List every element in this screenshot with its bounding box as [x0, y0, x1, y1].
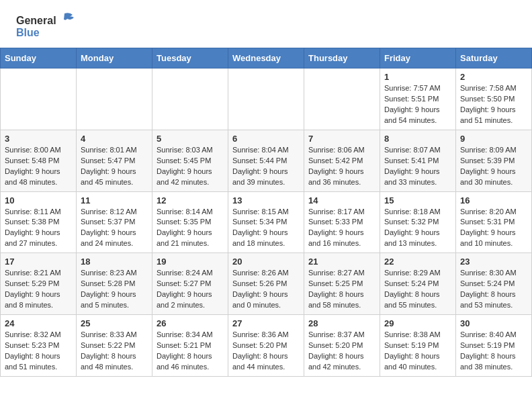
day-header-friday: Friday: [380, 48, 456, 68]
day-number: 29: [384, 318, 451, 328]
day-number: 15: [384, 195, 451, 205]
day-number: 19: [157, 257, 224, 267]
day-header-wednesday: Wednesday: [228, 48, 304, 68]
calendar-cell: [77, 68, 152, 130]
day-info: Sunrise: 8:11 AM Sunset: 5:38 PM Dayligh…: [5, 207, 72, 250]
calendar-cell: 18Sunrise: 8:23 AM Sunset: 5:28 PM Dayli…: [77, 253, 152, 315]
day-info: Sunrise: 8:12 AM Sunset: 5:37 PM Dayligh…: [81, 207, 148, 250]
calendar-week-5: 24Sunrise: 8:32 AM Sunset: 5:23 PM Dayli…: [1, 315, 532, 377]
day-info: Sunrise: 8:36 AM Sunset: 5:20 PM Dayligh…: [232, 330, 300, 373]
day-number: 17: [5, 257, 72, 267]
calendar-cell: 19Sunrise: 8:24 AM Sunset: 5:27 PM Dayli…: [152, 253, 228, 315]
day-info: Sunrise: 8:23 AM Sunset: 5:28 PM Dayligh…: [81, 268, 148, 311]
day-info: Sunrise: 8:18 AM Sunset: 5:32 PM Dayligh…: [384, 207, 451, 250]
day-info: Sunrise: 8:15 AM Sunset: 5:34 PM Dayligh…: [232, 207, 300, 250]
calendar-cell: 8Sunrise: 8:07 AM Sunset: 5:41 PM Daylig…: [380, 130, 456, 191]
day-number: 23: [460, 257, 527, 267]
calendar-cell: 30Sunrise: 8:40 AM Sunset: 5:19 PM Dayli…: [456, 315, 532, 377]
calendar-week-1: 1Sunrise: 7:57 AM Sunset: 5:51 PM Daylig…: [1, 68, 532, 130]
calendar-cell: [1, 68, 77, 130]
calendar-cell: 12Sunrise: 8:14 AM Sunset: 5:35 PM Dayli…: [152, 191, 228, 253]
calendar-week-3: 10Sunrise: 8:11 AM Sunset: 5:38 PM Dayli…: [1, 191, 532, 253]
calendar-cell: 5Sunrise: 8:03 AM Sunset: 5:45 PM Daylig…: [152, 130, 228, 191]
calendar-cell: 15Sunrise: 8:18 AM Sunset: 5:32 PM Dayli…: [380, 191, 456, 253]
day-number: 8: [384, 134, 451, 144]
header-row: SundayMondayTuesdayWednesdayThursdayFrid…: [1, 48, 532, 68]
calendar-cell: 9Sunrise: 8:09 AM Sunset: 5:39 PM Daylig…: [456, 130, 532, 191]
calendar-cell: 13Sunrise: 8:15 AM Sunset: 5:34 PM Dayli…: [228, 191, 304, 253]
day-number: 20: [232, 257, 300, 267]
day-info: Sunrise: 8:26 AM Sunset: 5:26 PM Dayligh…: [232, 268, 300, 311]
day-info: Sunrise: 8:32 AM Sunset: 5:23 PM Dayligh…: [5, 330, 72, 373]
calendar-cell: [228, 68, 304, 130]
day-info: Sunrise: 7:57 AM Sunset: 5:51 PM Dayligh…: [384, 83, 451, 126]
calendar-cell: 1Sunrise: 7:57 AM Sunset: 5:51 PM Daylig…: [380, 68, 456, 130]
day-number: 3: [5, 134, 72, 144]
day-info: Sunrise: 8:24 AM Sunset: 5:27 PM Dayligh…: [157, 268, 224, 311]
calendar-cell: 20Sunrise: 8:26 AM Sunset: 5:26 PM Dayli…: [228, 253, 304, 315]
day-info: Sunrise: 8:00 AM Sunset: 5:48 PM Dayligh…: [5, 145, 72, 188]
day-number: 22: [384, 257, 451, 267]
calendar-cell: 28Sunrise: 8:37 AM Sunset: 5:20 PM Dayli…: [304, 315, 380, 377]
day-info: Sunrise: 8:09 AM Sunset: 5:39 PM Dayligh…: [460, 145, 527, 188]
calendar-week-4: 17Sunrise: 8:21 AM Sunset: 5:29 PM Dayli…: [1, 253, 532, 315]
day-number: 4: [81, 134, 148, 144]
day-number: 2: [460, 72, 527, 82]
day-info: Sunrise: 8:06 AM Sunset: 5:42 PM Dayligh…: [308, 145, 375, 188]
day-info: Sunrise: 8:34 AM Sunset: 5:21 PM Dayligh…: [157, 330, 224, 373]
day-info: Sunrise: 8:38 AM Sunset: 5:19 PM Dayligh…: [384, 330, 451, 373]
day-number: 18: [81, 257, 148, 267]
calendar-cell: [152, 68, 228, 130]
day-number: 11: [81, 195, 148, 205]
calendar-cell: 24Sunrise: 8:32 AM Sunset: 5:23 PM Dayli…: [1, 315, 77, 377]
day-info: Sunrise: 8:20 AM Sunset: 5:31 PM Dayligh…: [460, 207, 527, 250]
calendar-body: 1Sunrise: 7:57 AM Sunset: 5:51 PM Daylig…: [1, 68, 532, 377]
calendar-cell: 21Sunrise: 8:27 AM Sunset: 5:25 PM Dayli…: [304, 253, 380, 315]
day-number: 24: [5, 318, 72, 328]
day-number: 25: [81, 318, 148, 328]
calendar-cell: 16Sunrise: 8:20 AM Sunset: 5:31 PM Dayli…: [456, 191, 532, 253]
day-info: Sunrise: 8:30 AM Sunset: 5:24 PM Dayligh…: [460, 268, 527, 311]
day-number: 5: [157, 134, 224, 144]
day-number: 6: [232, 134, 300, 144]
calendar-cell: 11Sunrise: 8:12 AM Sunset: 5:37 PM Dayli…: [77, 191, 152, 253]
day-info: Sunrise: 8:37 AM Sunset: 5:20 PM Dayligh…: [308, 330, 375, 373]
calendar-cell: 4Sunrise: 8:01 AM Sunset: 5:47 PM Daylig…: [77, 130, 152, 191]
day-info: Sunrise: 7:58 AM Sunset: 5:50 PM Dayligh…: [460, 83, 527, 126]
calendar-cell: 23Sunrise: 8:30 AM Sunset: 5:24 PM Dayli…: [456, 253, 532, 315]
day-info: Sunrise: 8:17 AM Sunset: 5:33 PM Dayligh…: [308, 207, 375, 250]
page-header: General Blue: [0, 0, 532, 48]
day-number: 26: [157, 318, 224, 328]
day-info: Sunrise: 8:27 AM Sunset: 5:25 PM Dayligh…: [308, 268, 375, 311]
day-number: 27: [232, 318, 300, 328]
calendar-cell: 26Sunrise: 8:34 AM Sunset: 5:21 PM Dayli…: [152, 315, 228, 377]
calendar-cell: 3Sunrise: 8:00 AM Sunset: 5:48 PM Daylig…: [1, 130, 77, 191]
day-info: Sunrise: 8:07 AM Sunset: 5:41 PM Dayligh…: [384, 145, 451, 188]
day-number: 10: [5, 195, 72, 205]
svg-text:General: General: [16, 15, 56, 26]
calendar-cell: 27Sunrise: 8:36 AM Sunset: 5:20 PM Dayli…: [228, 315, 304, 377]
calendar-cell: 29Sunrise: 8:38 AM Sunset: 5:19 PM Dayli…: [380, 315, 456, 377]
day-header-tuesday: Tuesday: [152, 48, 228, 68]
calendar-table: SundayMondayTuesdayWednesdayThursdayFrid…: [0, 48, 532, 377]
day-header-monday: Monday: [77, 48, 152, 68]
calendar-week-2: 3Sunrise: 8:00 AM Sunset: 5:48 PM Daylig…: [1, 130, 532, 191]
day-number: 9: [460, 134, 527, 144]
day-number: 14: [308, 195, 375, 205]
day-info: Sunrise: 8:04 AM Sunset: 5:44 PM Dayligh…: [232, 145, 300, 188]
day-header-thursday: Thursday: [304, 48, 380, 68]
day-number: 30: [460, 318, 527, 328]
calendar-cell: 17Sunrise: 8:21 AM Sunset: 5:29 PM Dayli…: [1, 253, 77, 315]
day-info: Sunrise: 8:33 AM Sunset: 5:22 PM Dayligh…: [81, 330, 148, 373]
calendar-cell: 10Sunrise: 8:11 AM Sunset: 5:38 PM Dayli…: [1, 191, 77, 253]
calendar-cell: 14Sunrise: 8:17 AM Sunset: 5:33 PM Dayli…: [304, 191, 380, 253]
day-number: 1: [384, 72, 451, 82]
calendar-header: SundayMondayTuesdayWednesdayThursdayFrid…: [1, 48, 532, 68]
day-number: 7: [308, 134, 375, 144]
day-info: Sunrise: 8:29 AM Sunset: 5:24 PM Dayligh…: [384, 268, 451, 311]
calendar-cell: 22Sunrise: 8:29 AM Sunset: 5:24 PM Dayli…: [380, 253, 456, 315]
day-number: 13: [232, 195, 300, 205]
logo-icon: General Blue: [16, 12, 90, 42]
calendar-cell: [304, 68, 380, 130]
day-info: Sunrise: 8:14 AM Sunset: 5:35 PM Dayligh…: [157, 207, 224, 250]
